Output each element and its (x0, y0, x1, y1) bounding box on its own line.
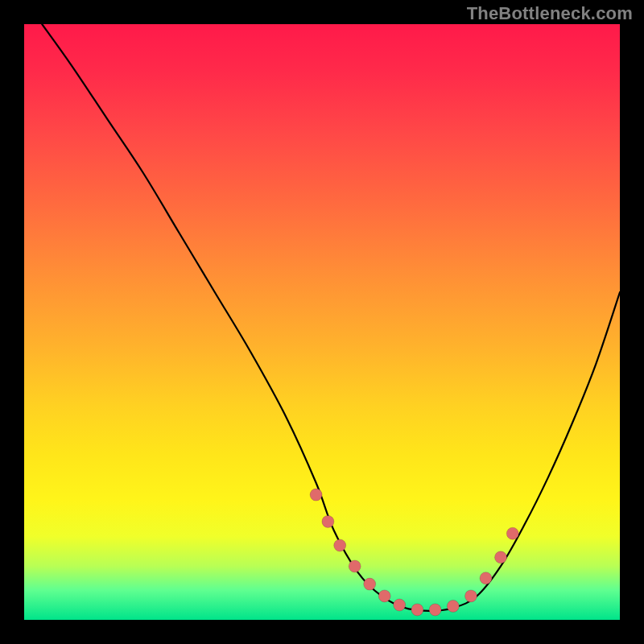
marker-dot (506, 527, 518, 539)
marker-dot (495, 551, 507, 564)
marker-dot (322, 515, 334, 527)
marker-dot (480, 572, 492, 584)
watermark-text: TheBottleneck.com (467, 3, 633, 24)
plot-area (24, 24, 620, 620)
marker-dot (349, 560, 361, 572)
marker-dot (447, 600, 459, 612)
marker-dot (465, 590, 477, 602)
marker-dot (364, 578, 376, 590)
marker-dot (334, 539, 346, 551)
marker-dot (429, 604, 441, 616)
marker-dot (411, 604, 423, 616)
marker-dots (310, 489, 518, 616)
marker-dot (378, 590, 390, 602)
marker-dot (310, 489, 322, 501)
chart-stage: TheBottleneck.com (0, 0, 644, 644)
marker-dot (394, 599, 406, 611)
chart-svg (24, 24, 620, 620)
